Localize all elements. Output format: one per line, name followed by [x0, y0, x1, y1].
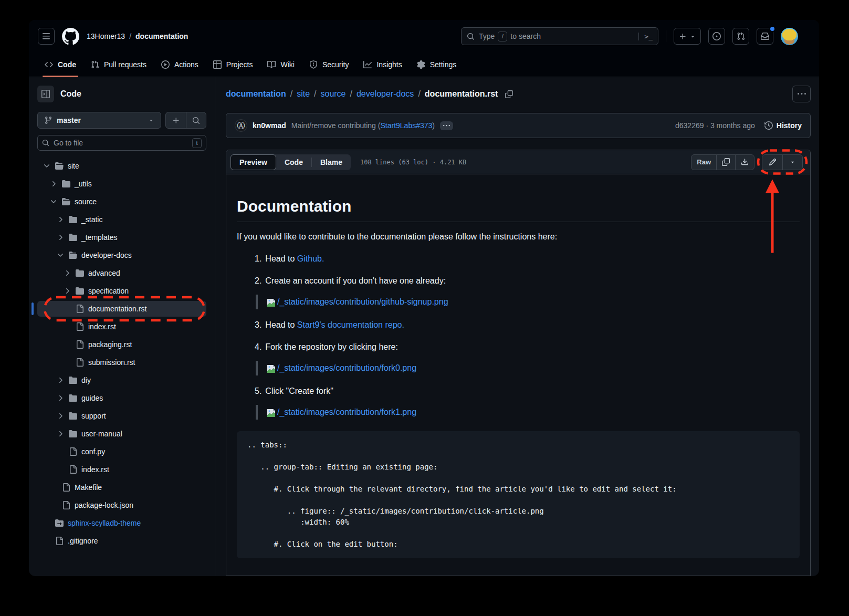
copy-file-button[interactable]	[716, 155, 735, 170]
tab-insights[interactable]: Insights	[356, 53, 409, 77]
unread-notification-dot	[769, 26, 775, 32]
tree-item--templates[interactable]: _templates	[37, 229, 206, 245]
notifications-wrap	[757, 28, 773, 45]
new-file-button[interactable]	[166, 112, 186, 128]
tab-label: Insights	[376, 60, 402, 69]
history-button[interactable]: History	[764, 121, 802, 130]
more-options-button[interactable]	[792, 86, 811, 102]
tree-item-guides[interactable]: guides	[37, 390, 206, 406]
edit-options-caret-button[interactable]	[782, 155, 802, 170]
tree-item-package-lock-json[interactable]: package-lock.json	[37, 497, 206, 513]
tab-wiki[interactable]: Wiki	[260, 53, 301, 77]
tree-item-source[interactable]: source	[37, 194, 206, 210]
collapse-sidebar-button[interactable]	[37, 86, 54, 102]
graph-icon	[363, 60, 372, 69]
chevron-down-icon	[49, 197, 58, 206]
tree-item-label: user-manual	[81, 430, 122, 438]
tree-item-developer-docs[interactable]: developer-docs	[37, 247, 206, 263]
folder-icon	[69, 215, 77, 224]
tree-item-label: specification	[88, 287, 129, 295]
tree-item-advanced[interactable]: advanced	[37, 265, 206, 281]
folder-icon	[76, 269, 84, 277]
expand-commit-message-button[interactable]	[440, 121, 453, 130]
tree-item-specification[interactable]: specification	[37, 283, 206, 299]
tree-item-index-rst[interactable]: index.rst	[37, 319, 206, 335]
chevron-down-icon	[56, 251, 65, 259]
github-logo[interactable]	[62, 28, 79, 45]
go-to-file-input[interactable]: Go to file t	[37, 135, 206, 151]
commit-author-name[interactable]: kn0wmad	[253, 121, 286, 130]
chevron-right-icon	[63, 287, 71, 295]
hamburger-menu-button[interactable]	[38, 28, 55, 45]
file-view-box: PreviewCodeBlame 108 lines (63 loc) · 4.…	[226, 150, 811, 576]
tree-item-diy[interactable]: diy	[37, 372, 206, 388]
latest-commit-bar: Ⓐ kn0wmad Maint/remove contributing (Sta…	[226, 113, 811, 138]
shield-icon	[309, 60, 318, 69]
tree-item-submission-rst[interactable]: submission.rst	[37, 354, 206, 370]
main-content: documentation/site/source/developer-docs…	[215, 77, 819, 576]
tree-item-label: package-lock.json	[75, 501, 133, 509]
doc-list-item-number: 3.	[255, 319, 261, 331]
document-intro: If you would like to contribute to the d…	[237, 231, 800, 243]
tree-item-site[interactable]: site	[37, 158, 206, 174]
doc-image-link[interactable]: /_static/images/contribution/fork1.png	[266, 407, 416, 417]
raw-button[interactable]: Raw	[691, 155, 716, 170]
repo-context-breadcrumb: 13Homer13 / documentation	[87, 32, 188, 40]
search-tree-button[interactable]	[186, 112, 206, 128]
copy-icon	[505, 90, 513, 98]
tree-item-sphinx-scylladb-theme[interactable]: sphinx-scylladb-theme	[37, 515, 206, 531]
breadcrumb-link-developer-docs[interactable]: developer-docs	[357, 89, 414, 99]
context-separator: /	[129, 32, 131, 40]
doc-image-blockquote: /_static/images/contribution/fork0.png	[256, 361, 800, 375]
broken-image-icon	[266, 298, 276, 307]
commit-pr-link[interactable]: Start9Labs#373	[380, 121, 432, 130]
copy-path-button[interactable]	[505, 90, 513, 98]
tree-item-user-manual[interactable]: user-manual	[37, 426, 206, 442]
search-icon	[192, 117, 200, 124]
doc-image-link[interactable]: /_static/images/contribution/fork0.png	[266, 363, 416, 373]
breadcrumb-link-site[interactable]: site	[297, 89, 310, 99]
plus-icon	[679, 33, 687, 40]
file-icon	[76, 340, 84, 349]
tree-item--utils[interactable]: _utils	[37, 176, 206, 192]
create-new-button[interactable]	[674, 28, 701, 45]
plus-icon	[172, 117, 180, 124]
tab-actions[interactable]: Actions	[154, 53, 206, 77]
commit-sha-and-age[interactable]: d632269 · 3 months ago	[675, 121, 755, 130]
global-search-input[interactable]: Type / to search >_	[461, 27, 658, 45]
command-palette-icon[interactable]: >_	[638, 33, 653, 40]
breadcrumb-repo-link[interactable]: documentation	[226, 89, 286, 99]
tab-settings[interactable]: Settings	[410, 53, 464, 77]
tree-item-packaging-rst[interactable]: packaging.rst	[37, 337, 206, 352]
doc-inline-link[interactable]: Start9's documentation repo.	[297, 320, 404, 329]
tab-security[interactable]: Security	[302, 53, 357, 77]
tab-pull-requests[interactable]: Pull requests	[83, 53, 154, 77]
file-tab-preview[interactable]: Preview	[230, 154, 276, 170]
doc-inline-link[interactable]: Github.	[297, 254, 324, 263]
branch-selector-button[interactable]: master	[37, 112, 161, 129]
file-icon	[76, 322, 84, 331]
tree-item-conf-py[interactable]: conf.py	[37, 444, 206, 460]
tree-item-documentation-rst[interactable]: documentation.rst	[37, 301, 206, 317]
repo-name-link[interactable]: documentation	[135, 32, 188, 40]
doc-image-link[interactable]: /_static/images/contribution/github-sign…	[266, 297, 448, 307]
file-tab-code[interactable]: Code	[276, 154, 311, 170]
pull-requests-button[interactable]	[732, 28, 749, 45]
file-tab-blame[interactable]: Blame	[312, 154, 351, 170]
commit-author-avatar[interactable]: Ⓐ	[235, 119, 247, 132]
tab-projects[interactable]: Projects	[206, 53, 260, 77]
download-button[interactable]	[735, 155, 754, 170]
tree-item--static[interactable]: _static	[37, 212, 206, 227]
tree-item-index-rst[interactable]: index.rst	[37, 462, 206, 477]
issues-button[interactable]	[708, 28, 725, 45]
repo-owner-link[interactable]: 13Homer13	[87, 32, 125, 40]
tree-item-support[interactable]: support	[37, 408, 206, 424]
edit-file-button[interactable]	[762, 155, 782, 170]
tree-item--gitignore[interactable]: .gitignore	[37, 533, 206, 549]
breadcrumb-link-source[interactable]: source	[320, 89, 345, 99]
tree-item-label: submission.rst	[88, 358, 135, 367]
tab-code[interactable]: Code	[37, 53, 83, 77]
user-avatar[interactable]	[781, 28, 798, 45]
tree-item-Makefile[interactable]: Makefile	[37, 479, 206, 495]
tree-item-label: advanced	[88, 269, 120, 277]
